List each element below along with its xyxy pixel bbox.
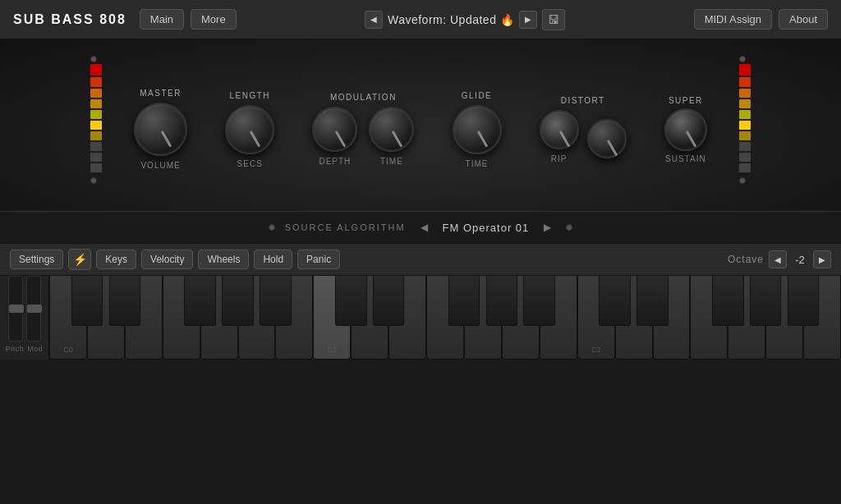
distort-label-top: DISTORT [561, 96, 605, 105]
modtime-label: TIME [380, 157, 403, 166]
velocity-button[interactable]: Velocity [141, 250, 193, 269]
waveform-label: Waveform: Updated 🔥 [388, 13, 514, 26]
master-label-top: MASTER [140, 89, 182, 98]
pitch-label: Pitch [6, 345, 25, 353]
keyboard-toolbar: Settings ⚡ Keys Velocity Wheels Hold Pan… [0, 243, 841, 276]
modulation-group: MODULATION DEPTH TIME [312, 93, 414, 166]
sustain-knob[interactable] [664, 108, 707, 151]
super-label: SUPER [669, 96, 703, 105]
bluetooth-icon: ⚡ [73, 253, 87, 266]
hold-button[interactable]: Hold [254, 250, 292, 269]
keys-wrapper: C0 C1 C2 [49, 276, 841, 360]
octave-controls: Octave ◀ -2 ▶ [728, 250, 831, 268]
octave-value: -2 [792, 254, 808, 266]
app-title: SUB BASS 808 [13, 12, 126, 27]
master-label-bottom: VOLUME [140, 161, 180, 170]
vu-meter-left [90, 56, 102, 187]
mod-slider-track [26, 276, 41, 341]
mod-slider-handle[interactable] [27, 305, 42, 313]
glide-knob[interactable] [453, 105, 502, 154]
pm-labels-row: Pitch Mod [6, 345, 44, 353]
length-label-top: LENGTH [229, 91, 270, 100]
keys-button[interactable]: Keys [96, 250, 136, 269]
piano-container: Pitch Mod C0 C1 [0, 276, 841, 360]
depth-knob-group: DEPTH [312, 107, 357, 166]
more-button[interactable]: More [191, 9, 237, 30]
black-key[interactable] [184, 276, 216, 326]
black-key[interactable] [335, 276, 367, 326]
depth-label: DEPTH [319, 157, 351, 166]
black-key[interactable] [599, 276, 631, 326]
pm-sliders-row [8, 276, 41, 341]
pitch-mod-panel: Pitch Mod [0, 276, 49, 360]
distort-group: DISTORT RIP [540, 96, 627, 163]
vu-meter-right [739, 56, 751, 187]
sustain-area: SUPER SUSTAIN [664, 96, 707, 163]
pitch-slider-handle[interactable] [9, 305, 24, 313]
right-header-buttons: MIDI Assign About [694, 9, 828, 30]
length-knob-group: LENGTH SECS [225, 91, 274, 168]
modtime-knob-group: TIME [369, 107, 414, 166]
black-key[interactable] [523, 276, 555, 326]
rip-knob-group: RIP [540, 110, 579, 163]
waveform-next-arrow[interactable]: ▶ [519, 11, 537, 29]
source-label: SOURCE ALGORITHM [285, 222, 406, 232]
save-icon: 🖫 [548, 13, 559, 26]
rip-label: RIP [551, 154, 568, 163]
octave-prev-arrow[interactable]: ◀ [769, 250, 787, 268]
distort-knob[interactable] [587, 119, 627, 158]
black-key[interactable] [712, 276, 744, 326]
header: SUB BASS 808 Main More ◀ Waveform: Updat… [0, 0, 841, 39]
panic-button[interactable]: Panic [297, 250, 340, 269]
glide-knob-group: GLIDE TIME [453, 91, 502, 168]
black-key[interactable] [71, 276, 103, 326]
black-key[interactable] [222, 276, 254, 326]
master-knob-group: MASTER VOLUME [134, 89, 187, 170]
black-key[interactable] [260, 276, 292, 326]
source-led-right [566, 224, 572, 231]
source-algorithm-bar: SOURCE ALGORITHM ◀ FM Operator 01 ▶ [0, 211, 841, 243]
sustain-label: SUSTAIN [665, 154, 706, 163]
source-prev-arrow[interactable]: ◀ [416, 220, 433, 235]
source-next-arrow[interactable]: ▶ [539, 220, 556, 235]
pitch-slider-track [8, 276, 23, 341]
about-button[interactable]: About [779, 9, 828, 30]
black-key[interactable] [486, 276, 518, 326]
black-key[interactable] [750, 276, 782, 326]
depth-knob[interactable] [312, 107, 357, 152]
black-key[interactable] [373, 276, 405, 326]
mod-label-top: MODULATION [330, 93, 397, 102]
glide-label-bottom: TIME [466, 159, 489, 168]
master-knob[interactable] [134, 103, 187, 156]
octave-next-arrow[interactable]: ▶ [813, 250, 831, 268]
black-key[interactable] [636, 276, 669, 326]
wheels-button[interactable]: Wheels [198, 250, 249, 269]
source-value: FM Operator 01 [443, 222, 530, 234]
black-key[interactable] [448, 276, 480, 326]
source-led-left [269, 224, 275, 231]
save-button[interactable]: 🖫 [542, 9, 565, 30]
keyboard-section: Settings ⚡ Keys Velocity Wheels Hold Pan… [0, 243, 841, 360]
knobs-section: MASTER VOLUME LENGTH SECS MODULATION DEP… [0, 39, 841, 211]
settings-button[interactable]: Settings [10, 250, 63, 269]
octave-label: Octave [728, 254, 764, 265]
mod-label: Mod [27, 345, 43, 353]
bluetooth-button[interactable]: ⚡ [68, 249, 91, 270]
distort-knob-group [587, 119, 627, 163]
waveform-prev-arrow[interactable]: ◀ [365, 11, 383, 29]
length-knob[interactable] [225, 105, 274, 154]
length-label-bottom: SECS [237, 159, 263, 168]
black-key[interactable] [109, 276, 141, 326]
waveform-area: ◀ Waveform: Updated 🔥 ▶ 🖫 [243, 9, 687, 30]
midi-assign-button[interactable]: MIDI Assign [694, 9, 772, 30]
modtime-knob[interactable] [369, 107, 414, 152]
main-button[interactable]: Main [140, 9, 184, 30]
glide-label-top: GLIDE [462, 91, 493, 100]
black-key[interactable] [788, 276, 820, 326]
synth-area: MASTER VOLUME LENGTH SECS MODULATION DEP… [0, 39, 841, 243]
rip-knob-ring[interactable] [540, 110, 579, 149]
